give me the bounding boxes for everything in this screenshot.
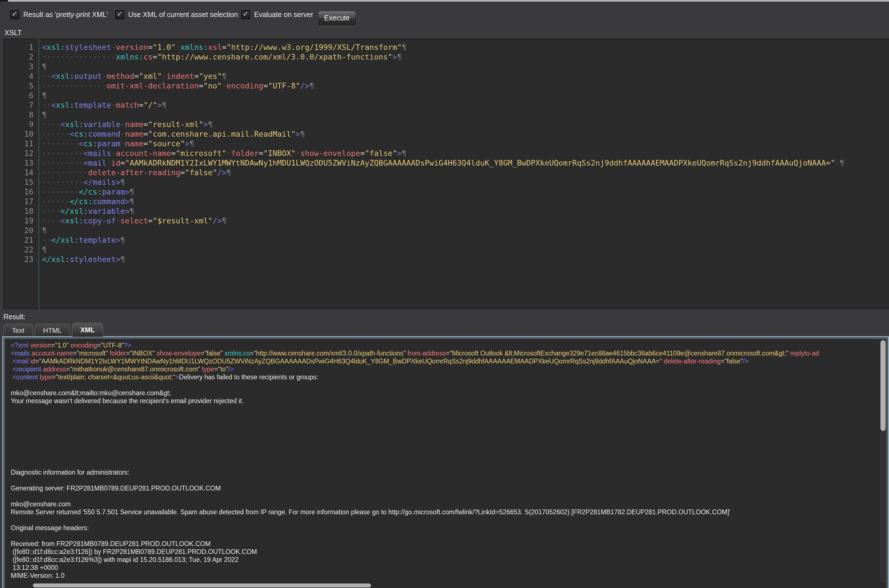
checkbox-pretty-print-xml[interactable]: ✓ Result as 'pretty-print XML' bbox=[10, 10, 108, 19]
result-line: <recipient address="mithatkonuk@censhare… bbox=[11, 365, 880, 373]
code-line: 3¶ bbox=[4, 62, 889, 72]
result-line bbox=[11, 405, 880, 413]
checkbox-icon[interactable]: ✓ bbox=[241, 10, 250, 19]
horizontal-scrollbar-thumb[interactable] bbox=[33, 584, 371, 587]
result-line: <?xml version="1.0" encoding="UTF-8"?> bbox=[11, 341, 880, 349]
toolbar: ✓ Result as 'pretty-print XML' ✓ Use XML… bbox=[0, 2, 889, 28]
code-line: 9····<xsl:variable·name="result-xml">¶ bbox=[4, 120, 889, 129]
code-line: 12·········<mails·account-name="microsof… bbox=[4, 148, 889, 158]
result-output-text: <?xml version="1.0" encoding="UTF-8"?><m… bbox=[5, 339, 880, 584]
checkbox-label: Use XML of current asset selection bbox=[128, 11, 238, 19]
checkbox-label: Result as 'pretty-print XML' bbox=[23, 11, 108, 19]
code-line: 15·········</mails>¶ bbox=[4, 177, 889, 187]
result-line bbox=[11, 436, 880, 444]
checkbox-use-xml-of-current-asset[interactable]: ✓ Use XML of current asset selection bbox=[115, 10, 238, 19]
code-line: 22¶ bbox=[4, 245, 889, 255]
code-line: 5··············omit-xml-declaration="no"… bbox=[4, 81, 889, 91]
checkbox-evaluate-on-server[interactable]: ✓ Evaluate on server bbox=[241, 10, 313, 19]
result-line: Original message headers: bbox=[11, 524, 880, 532]
code-line: 19····<xsl:copy-of·select="$result-xml"/… bbox=[4, 216, 889, 226]
xslt-code-editor[interactable]: 1<xsl:stylesheet·version="1.0"·xmlns:xsl… bbox=[3, 39, 889, 310]
result-line: Generating server: FR2P281MB0789.DEUP281… bbox=[11, 484, 880, 492]
tab-text[interactable]: Text bbox=[3, 324, 33, 337]
result-line bbox=[11, 532, 880, 540]
result-line: mko@censhare.com&lt;mailto:mko@censhare.… bbox=[11, 389, 880, 397]
code-line: 10······<cs:command·name="com.censhare.a… bbox=[4, 129, 889, 139]
code-line: 17······</cs:command>¶ bbox=[4, 197, 889, 206]
checkbox-icon[interactable]: ✓ bbox=[115, 10, 124, 19]
result-line: MIME-Version: 1.0 bbox=[11, 572, 880, 579]
result-line: <mails account-name="microsoft" folder="… bbox=[11, 349, 880, 357]
result-line bbox=[11, 476, 880, 484]
result-line: Received: from FR2P281MB0789.DEUP281.PRO… bbox=[11, 540, 880, 548]
checkbox-icon[interactable]: ✓ bbox=[10, 10, 19, 19]
code-line: 2················xmlns:cs="http://www.ce… bbox=[4, 52, 889, 62]
code-lines: 1<xsl:stylesheet·version="1.0"·xmlns:xsl… bbox=[4, 42, 889, 264]
code-line: 1<xsl:stylesheet·version="1.0"·xmlns:xsl… bbox=[4, 42, 889, 52]
tab-html[interactable]: HTML bbox=[35, 324, 70, 337]
result-line bbox=[11, 413, 880, 421]
code-line: 6¶ bbox=[4, 91, 889, 100]
result-tabs: Text HTML XML bbox=[3, 323, 105, 337]
result-line bbox=[11, 421, 880, 429]
result-line bbox=[11, 444, 880, 453]
result-line: <content type="text/plain; charset=&quot… bbox=[11, 373, 880, 381]
code-line: 23</xsl:stylesheet>¶ bbox=[4, 255, 889, 264]
result-line bbox=[11, 460, 880, 468]
code-line: 13·········<mail·id="AAMkADRkNDM1Y2IxLWY… bbox=[4, 158, 889, 168]
code-line: 4··<xsl:output·method="xml"·indent="yes"… bbox=[4, 72, 889, 81]
code-line: 8¶ bbox=[4, 110, 889, 120]
check-icon: ✓ bbox=[12, 11, 18, 17]
checkbox-label: Evaluate on server bbox=[254, 11, 313, 19]
result-line: Diagnostic information for administrator… bbox=[11, 468, 880, 476]
result-section-label: Result: bbox=[3, 313, 26, 321]
result-line: ([fe80::d1f:d8cc:a2e3:f126%3]) with mapi… bbox=[11, 556, 880, 564]
code-line: 7··<xsl:template·match="/">¶ bbox=[4, 100, 889, 110]
execute-button[interactable]: Execute bbox=[318, 11, 356, 26]
check-icon: ✓ bbox=[243, 11, 249, 17]
code-line: 11········<cs:param·name="source">¶ bbox=[4, 139, 889, 148]
result-line: ([fe80::d1f:d8cc:a2e3:f126]) by FR2P281M… bbox=[11, 548, 880, 556]
result-line bbox=[11, 381, 880, 389]
result-line: <mail id="AAMkADRkNDM1Y2IxLWY1MWYtNDAwNy… bbox=[11, 357, 880, 365]
code-line: 21··</xsl:template>¶ bbox=[4, 236, 889, 245]
vertical-scrollbar-thumb[interactable] bbox=[880, 340, 886, 431]
result-line bbox=[11, 492, 880, 500]
code-line: 14··········delete-after-reading="false"… bbox=[4, 168, 889, 177]
code-line: 20¶ bbox=[4, 226, 889, 236]
tab-xml[interactable]: XML bbox=[72, 322, 103, 337]
xslt-editor-label: XSLT bbox=[5, 29, 22, 37]
result-line: Remote Server returned '550 5.7.501 Serv… bbox=[11, 508, 880, 516]
result-line: 13:12:38 +0000 bbox=[11, 564, 880, 572]
result-line: mko@censhare.com bbox=[11, 500, 880, 508]
code-line: 18····</xsl:variable>¶ bbox=[4, 206, 889, 216]
code-line: 16········</cs:param>¶ bbox=[4, 187, 889, 197]
result-line: Your message wasn't delivered because th… bbox=[11, 397, 880, 405]
result-line bbox=[11, 453, 880, 460]
vertical-scrollbar-track[interactable] bbox=[880, 339, 886, 582]
result-line bbox=[11, 429, 880, 436]
result-output-panel[interactable]: <?xml version="1.0" encoding="UTF-8"?><m… bbox=[2, 336, 889, 588]
app-window: ✓ Result as 'pretty-print XML' ✓ Use XML… bbox=[0, 0, 889, 588]
check-icon: ✓ bbox=[117, 11, 123, 17]
result-line bbox=[11, 516, 880, 524]
